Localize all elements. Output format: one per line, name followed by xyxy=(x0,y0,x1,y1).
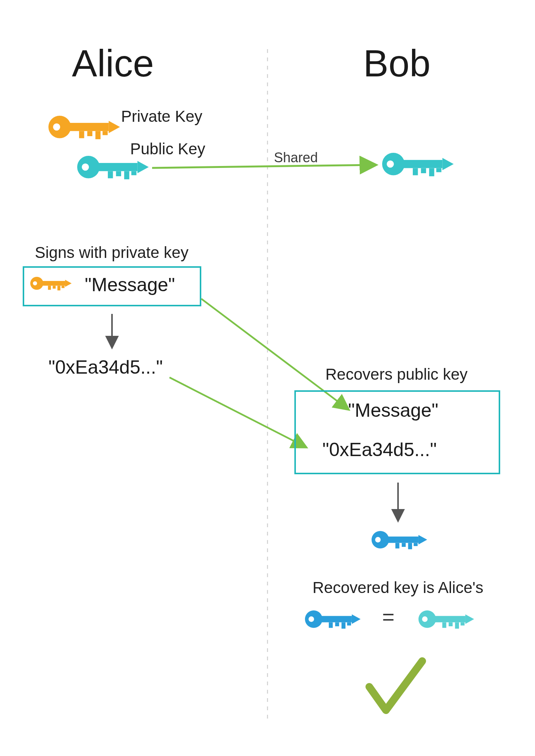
private-key-icon xyxy=(48,116,120,139)
checkmark-icon xyxy=(369,661,422,710)
label-recovered-is-alices: Recovered key is Alice's xyxy=(313,579,484,597)
label-public-key: Public Key xyxy=(130,140,205,158)
private-key-icon-small xyxy=(30,277,72,290)
title-bob: Bob xyxy=(363,42,431,85)
recover-signature: "0xEa34d5..." xyxy=(322,439,437,461)
title-alice: Alice xyxy=(72,42,154,85)
public-key-icon-alice xyxy=(77,156,149,179)
label-shared: Shared xyxy=(274,150,318,166)
label-private-key: Private Key xyxy=(121,107,202,126)
arrow-msg-to-bob xyxy=(201,299,348,409)
compare-key-blue xyxy=(305,610,361,629)
arrow-sig-to-bob xyxy=(170,377,306,447)
label-recovers: Recovers public key xyxy=(325,365,468,383)
diagram-canvas: Alice Bob Private Key Public Key Shared … xyxy=(0,0,535,756)
label-signs: Signs with private key xyxy=(35,244,188,262)
equals-sign: = xyxy=(382,604,395,629)
compare-key-teal xyxy=(418,610,474,629)
public-key-icon-bob xyxy=(382,153,454,176)
arrow-shared xyxy=(152,165,375,168)
recover-message: "Message" xyxy=(348,399,438,421)
signature-text: "0xEa34d5..." xyxy=(48,356,163,378)
signing-message: "Message" xyxy=(85,274,175,296)
recovered-key-icon xyxy=(372,531,427,549)
